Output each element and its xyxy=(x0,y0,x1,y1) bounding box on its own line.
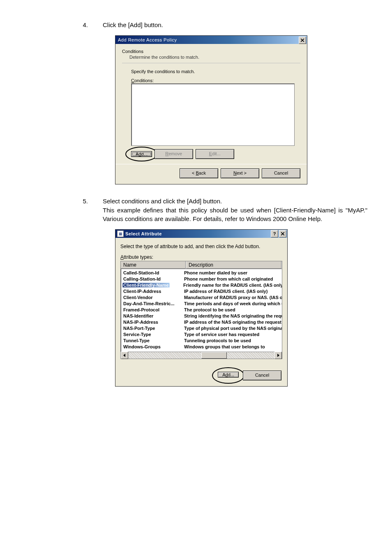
list-item[interactable]: NAS-Port-TypeType of physical port used … xyxy=(121,325,282,332)
dialog1-section-sub: Determine the conditions to match. xyxy=(122,55,300,60)
app-icon: ▦ xyxy=(117,230,124,237)
next-button[interactable]: Next > xyxy=(221,168,259,178)
cancel-button[interactable]: Cancel xyxy=(243,371,281,380)
attr-name: Calling-Station-Id xyxy=(121,276,183,282)
attr-name: Day-And-Time-Restric... xyxy=(121,301,183,307)
attr-name: Called-Station-Id xyxy=(121,270,183,276)
attr-desc: Phone number dialed by user xyxy=(183,270,282,276)
close-icon[interactable] xyxy=(299,37,306,44)
list-item[interactable]: Client-Friendly-NameFriendly name for th… xyxy=(121,282,282,288)
list-item[interactable]: Called-Station-IdPhone number dialed by … xyxy=(121,270,282,276)
list-item[interactable]: Calling-Station-IdPhone number from whic… xyxy=(121,276,282,282)
attr-name: NAS-Port-Type xyxy=(121,325,183,332)
attr-name: Client-Vendor xyxy=(121,295,183,301)
list-item[interactable]: NAS-IdentifierString identifying the NAS… xyxy=(121,313,282,319)
attribute-types-label: Attribute types: xyxy=(120,254,282,260)
attr-desc: Type of service user has requested xyxy=(183,332,282,338)
step-5-text: Select conditions and click the [Add] bu… xyxy=(103,197,367,223)
attr-desc: Phone number from which call originated xyxy=(183,276,282,282)
step-5-number: 5. xyxy=(78,198,88,205)
attr-name: NAS-Identifier xyxy=(121,313,183,319)
attr-name: Windows-Groups xyxy=(121,344,183,350)
scroll-left-icon[interactable] xyxy=(121,352,128,359)
help-icon[interactable]: ? xyxy=(271,230,278,237)
add-button[interactable]: Add... xyxy=(218,372,239,378)
step-4: 4. Click the [Add] button. xyxy=(25,21,367,30)
dialog2-prompt: Select the type of attribute to add, and… xyxy=(120,244,282,249)
attr-desc: Friendly name for the RADIUS client. (IA… xyxy=(182,282,282,288)
dialog2-titlebar[interactable]: ▦ Select Attribute ? xyxy=(115,230,287,238)
col-desc[interactable]: Description xyxy=(186,261,282,269)
attr-name: Client-Friendly-Name xyxy=(121,282,182,288)
attr-desc: Time periods and days of week during whi… xyxy=(183,301,282,307)
cancel-button[interactable]: Cancel xyxy=(262,168,300,178)
conditions-listbox[interactable] xyxy=(131,83,295,146)
select-attribute-dialog: ▦ Select Attribute ? Select the type of … xyxy=(115,229,288,387)
step-4-text: Click the [Add] button. xyxy=(103,21,367,30)
dialog2-title: Select Attribute xyxy=(125,231,162,236)
attr-name: Framed-Protocol xyxy=(121,307,183,313)
attr-desc: IP address of RADIUS client. (IAS only) xyxy=(183,288,282,295)
attr-name: Client-IP-Address xyxy=(121,288,183,295)
attr-name: Tunnel-Type xyxy=(121,338,183,344)
step-5: 5. Select conditions and click the [Add]… xyxy=(25,197,367,223)
edit-button[interactable]: Edit... xyxy=(196,149,234,159)
attr-desc: The protocol to be used xyxy=(183,307,282,313)
scroll-thumb[interactable] xyxy=(201,352,227,359)
back-button[interactable]: < Back xyxy=(180,168,218,178)
attr-desc: Windows groups that user belongs to xyxy=(183,344,282,350)
step-4-number: 4. xyxy=(78,21,88,28)
conditions-label: Conditions: xyxy=(122,78,300,83)
attr-desc: IP address of the NAS originating the re… xyxy=(183,319,282,325)
attr-name: NAS-IP-Address xyxy=(121,319,183,325)
step-5-line1: Select conditions and click the [Add] bu… xyxy=(103,198,222,205)
list-item[interactable]: NAS-IP-AddressIP address of the NAS orig… xyxy=(121,319,282,325)
list-item[interactable]: Windows-GroupsWindows groups that user b… xyxy=(121,344,282,350)
list-header: Name Description xyxy=(121,261,282,269)
dialog1-specify-text: Specify the conditions to match. xyxy=(122,69,300,74)
close-icon[interactable] xyxy=(279,230,286,237)
list-item[interactable]: Service-TypeType of service user has req… xyxy=(121,332,282,338)
step-5-line2: This example defines that this policy sh… xyxy=(103,207,367,223)
attr-desc: String identifying the NAS originating t… xyxy=(183,313,282,319)
attr-desc: Type of physical port used by the NAS or… xyxy=(183,325,282,332)
attribute-list[interactable]: Name Description Called-Station-IdPhone … xyxy=(120,261,282,359)
list-item[interactable]: Client-IP-AddressIP address of RADIUS cl… xyxy=(121,288,282,295)
scroll-track[interactable] xyxy=(128,352,274,359)
attr-desc: Manufacturer of RADIUS proxy or NAS. (IA… xyxy=(183,295,282,301)
list-item[interactable]: Client-VendorManufacturer of RADIUS prox… xyxy=(121,295,282,301)
dialog1-title: Add Remote Access Policy xyxy=(118,37,177,42)
col-name[interactable]: Name xyxy=(121,261,186,269)
dialog1-section-title: Conditions xyxy=(122,49,300,54)
remove-button[interactable]: Remove xyxy=(154,149,193,159)
attr-name: Service-Type xyxy=(121,332,183,338)
list-item[interactable]: Tunnel-TypeTunneling protocols to be use… xyxy=(121,338,282,344)
horizontal-scrollbar[interactable] xyxy=(121,352,282,359)
add-button[interactable]: Add... xyxy=(131,151,152,157)
list-item[interactable]: Framed-ProtocolThe protocol to be used xyxy=(121,307,282,313)
add-remote-access-policy-dialog: Add Remote Access Policy Conditions Dete… xyxy=(115,35,307,184)
list-item[interactable]: Day-And-Time-Restric...Time periods and … xyxy=(121,301,282,307)
attr-desc: Tunneling protocols to be used xyxy=(183,338,282,344)
scroll-right-icon[interactable] xyxy=(274,352,282,359)
dialog1-titlebar[interactable]: Add Remote Access Policy xyxy=(115,36,307,44)
